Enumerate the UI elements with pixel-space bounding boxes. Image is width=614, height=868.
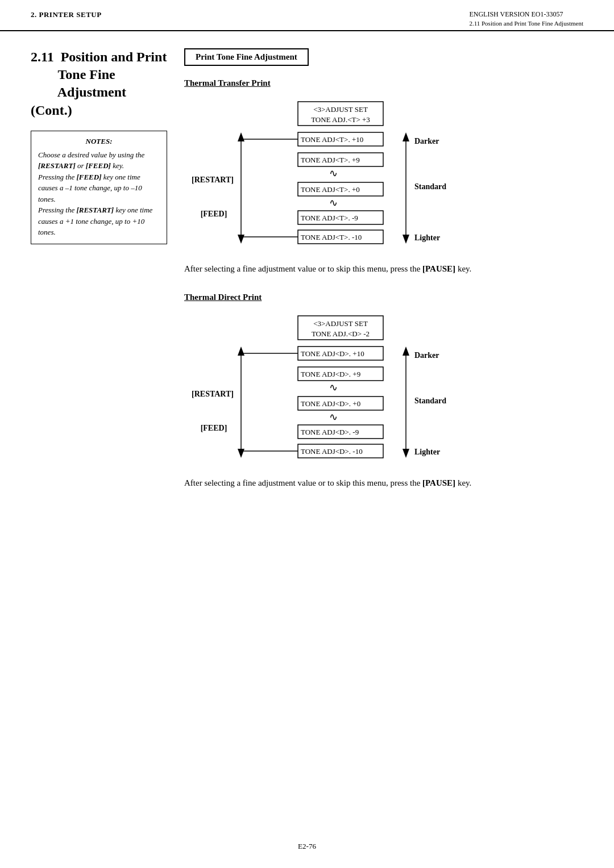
notes-title: NOTES: (38, 137, 160, 146)
svg-text:<3>ADJUST SET: <3>ADJUST SET (313, 319, 368, 328)
svg-marker-23 (403, 132, 409, 141)
svg-text:[FEED]: [FEED] (201, 424, 227, 432)
svg-rect-39 (298, 425, 383, 439)
svg-text:Standard: Standard (414, 182, 446, 191)
svg-text:[FEED]: [FEED] (201, 210, 227, 218)
svg-text:TONE ADJ<T>. -10: TONE ADJ<T>. -10 (301, 233, 362, 241)
svg-marker-17 (238, 235, 244, 244)
svg-marker-24 (403, 235, 409, 244)
svg-text:Standard: Standard (414, 397, 446, 405)
svg-text:∿: ∿ (329, 197, 338, 208)
svg-rect-0 (298, 102, 383, 126)
svg-marker-44 (238, 347, 244, 356)
svg-rect-33 (298, 367, 383, 381)
svg-rect-36 (298, 397, 383, 410)
header-subsection: 2.11 Position and Print Tone Fine Adjust… (469, 20, 583, 27)
after-text-2-content: After selecting a fine adjustment value … (184, 478, 471, 487)
svg-text:TONE ADJ<D>. -10: TONE ADJ<D>. -10 (301, 447, 363, 456)
svg-text:TONE ADJ.<T> +3: TONE ADJ.<T> +3 (311, 115, 370, 124)
svg-text:TONE ADJ<T>. +10: TONE ADJ<T>. +10 (301, 135, 363, 144)
thermal-direct-subtitle: Thermal Direct Print (184, 293, 583, 302)
thermal-transfer-section: Thermal Transfer Print <3>ADJUST SET TON… (184, 78, 583, 256)
page-footer: E2-76 (0, 842, 614, 851)
after-text-1-content: After selecting a fine adjustment value … (184, 264, 471, 273)
notes-box: NOTES: Choose a desired value by using t… (31, 131, 167, 244)
notes-line3: Pressing the [RESTART] key one time caus… (38, 206, 152, 236)
section-title: 2.11 Position and Print Tone Fine Adjust… (31, 48, 167, 119)
page-number: E2-76 (298, 842, 316, 850)
page-content: 2.11 Position and Print Tone Fine Adjust… (0, 31, 614, 490)
right-column: Print Tone Fine Adjustment Thermal Trans… (184, 48, 583, 490)
svg-text:∿: ∿ (329, 168, 338, 179)
page-header: 2. PRINTER SETUP ENGLISH VERSION EO1-330… (0, 0, 614, 31)
svg-text:TONE ADJ<T>. -9: TONE ADJ<T>. -9 (301, 214, 358, 222)
svg-text:TONE ADJ<D>. -9: TONE ADJ<D>. -9 (301, 428, 359, 436)
svg-text:TONE ADJ<T>. +9: TONE ADJ<T>. +9 (301, 156, 360, 164)
svg-text:Lighter: Lighter (414, 233, 440, 242)
header-section: 2. PRINTER SETUP (31, 10, 102, 19)
svg-text:TONE ADJ<D>. +0: TONE ADJ<D>. +0 (301, 399, 360, 408)
svg-rect-28 (298, 316, 383, 340)
thermal-direct-diagram: <3>ADJUST SET TONE ADJ.<D> -2 TONE ADJ<D… (184, 311, 503, 470)
svg-rect-11 (298, 211, 383, 224)
svg-marker-51 (403, 347, 409, 356)
svg-text:TONE ADJ<D>. +10: TONE ADJ<D>. +10 (301, 349, 364, 358)
notes-content: Choose a desired value by using the [RES… (38, 149, 160, 238)
svg-text:[RESTART]: [RESTART] (192, 390, 234, 398)
svg-rect-8 (298, 182, 383, 196)
header-version: ENGLISH VERSION EO1-33057 (469, 10, 583, 19)
svg-text:∿: ∿ (329, 382, 338, 393)
svg-text:[RESTART]: [RESTART] (192, 176, 234, 184)
header-right: ENGLISH VERSION EO1-33057 2.11 Position … (469, 10, 583, 27)
svg-rect-31 (298, 347, 383, 360)
notes-line2: Pressing the [FEED] key one time causes … (38, 173, 142, 203)
svg-text:Lighter: Lighter (414, 448, 440, 456)
svg-text:TONE ADJ.<D> -2: TONE ADJ.<D> -2 (312, 329, 370, 338)
svg-text:Darker: Darker (414, 137, 439, 145)
after-text-2: After selecting a fine adjustment value … (184, 476, 514, 490)
svg-text:TONE ADJ<D>. +9: TONE ADJ<D>. +9 (301, 370, 360, 378)
svg-marker-16 (238, 132, 244, 141)
svg-text:∿: ∿ (329, 411, 338, 423)
svg-rect-5 (298, 153, 383, 166)
svg-text:<3>ADJUST SET: <3>ADJUST SET (313, 105, 368, 114)
left-column: 2.11 Position and Print Tone Fine Adjust… (31, 48, 167, 490)
svg-marker-52 (403, 449, 409, 458)
svg-rect-41 (298, 444, 383, 458)
thermal-transfer-subtitle: Thermal Transfer Print (184, 78, 583, 88)
thermal-direct-section: Thermal Direct Print <3>ADJUST SET TONE … (184, 293, 583, 470)
svg-text:TONE ADJ<T>. +0: TONE ADJ<T>. +0 (301, 185, 360, 194)
svg-rect-3 (298, 132, 383, 146)
svg-text:Darker: Darker (414, 351, 439, 360)
box-title: Print Tone Fine Adjustment (184, 48, 309, 66)
after-text-1: After selecting a fine adjustment value … (184, 262, 514, 276)
notes-line1: Choose a desired value by using the [RES… (38, 151, 144, 170)
thermal-transfer-diagram: <3>ADJUST SET TONE ADJ.<T> +3 TONE ADJ<T… (184, 97, 503, 256)
svg-rect-13 (298, 230, 383, 244)
svg-marker-45 (238, 449, 244, 458)
